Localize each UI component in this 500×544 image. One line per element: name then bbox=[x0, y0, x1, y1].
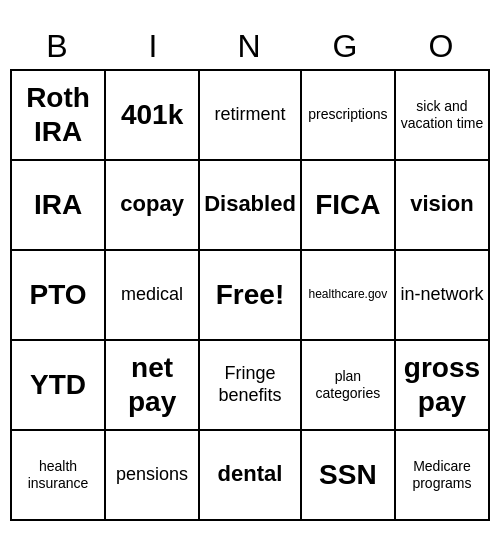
bingo-cell: Disabled bbox=[200, 161, 302, 251]
cell-text: medical bbox=[121, 284, 183, 306]
cell-text: 401k bbox=[121, 98, 183, 132]
cell-text: retirment bbox=[214, 104, 285, 126]
cell-text: Disabled bbox=[204, 191, 296, 217]
bingo-cell: dental bbox=[200, 431, 302, 521]
bingo-cell: vision bbox=[396, 161, 490, 251]
cell-text: Medicare programs bbox=[400, 458, 484, 492]
bingo-cell: SSN bbox=[302, 431, 396, 521]
bingo-cell: retirment bbox=[200, 71, 302, 161]
cell-text: Free! bbox=[216, 278, 284, 312]
header-letter: B bbox=[10, 24, 106, 69]
bingo-cell: Free! bbox=[200, 251, 302, 341]
bingo-cell: FICA bbox=[302, 161, 396, 251]
bingo-cell: IRA bbox=[12, 161, 106, 251]
bingo-cell: in-network bbox=[396, 251, 490, 341]
cell-text: prescriptions bbox=[308, 106, 387, 123]
cell-text: plan categories bbox=[306, 368, 390, 402]
header-letter: I bbox=[106, 24, 202, 69]
header-letter: O bbox=[394, 24, 490, 69]
bingo-cell: prescriptions bbox=[302, 71, 396, 161]
cell-text: healthcare.gov bbox=[309, 287, 388, 301]
bingo-cell: copay bbox=[106, 161, 200, 251]
cell-text: YTD bbox=[30, 368, 86, 402]
cell-text: Roth IRA bbox=[16, 81, 100, 148]
cell-text: in-network bbox=[400, 284, 483, 306]
bingo-cell: sick and vacation time bbox=[396, 71, 490, 161]
bingo-cell: medical bbox=[106, 251, 200, 341]
bingo-header: BINGO bbox=[10, 24, 490, 69]
bingo-cell: gross pay bbox=[396, 341, 490, 431]
bingo-cell: net pay bbox=[106, 341, 200, 431]
bingo-card: BINGO Roth IRA401kretirmentprescriptions… bbox=[10, 24, 490, 521]
bingo-cell: Roth IRA bbox=[12, 71, 106, 161]
bingo-cell: PTO bbox=[12, 251, 106, 341]
cell-text: FICA bbox=[315, 188, 380, 222]
bingo-cell: health insurance bbox=[12, 431, 106, 521]
cell-text: health insurance bbox=[16, 458, 100, 492]
bingo-cell: Medicare programs bbox=[396, 431, 490, 521]
bingo-cell: Fringe benefits bbox=[200, 341, 302, 431]
cell-text: sick and vacation time bbox=[400, 98, 484, 132]
cell-text: vision bbox=[410, 191, 474, 217]
cell-text: net pay bbox=[110, 351, 194, 418]
header-letter: N bbox=[202, 24, 298, 69]
bingo-cell: plan categories bbox=[302, 341, 396, 431]
header-letter: G bbox=[298, 24, 394, 69]
cell-text: Fringe benefits bbox=[204, 363, 296, 406]
cell-text: pensions bbox=[116, 464, 188, 486]
cell-text: PTO bbox=[30, 278, 87, 312]
cell-text: copay bbox=[120, 191, 184, 217]
bingo-cell: healthcare.gov bbox=[302, 251, 396, 341]
bingo-cell: 401k bbox=[106, 71, 200, 161]
cell-text: gross pay bbox=[400, 351, 484, 418]
bingo-grid: Roth IRA401kretirmentprescriptionssick a… bbox=[10, 69, 490, 521]
cell-text: dental bbox=[218, 461, 283, 487]
bingo-cell: YTD bbox=[12, 341, 106, 431]
cell-text: IRA bbox=[34, 188, 82, 222]
cell-text: SSN bbox=[319, 458, 377, 492]
bingo-cell: pensions bbox=[106, 431, 200, 521]
